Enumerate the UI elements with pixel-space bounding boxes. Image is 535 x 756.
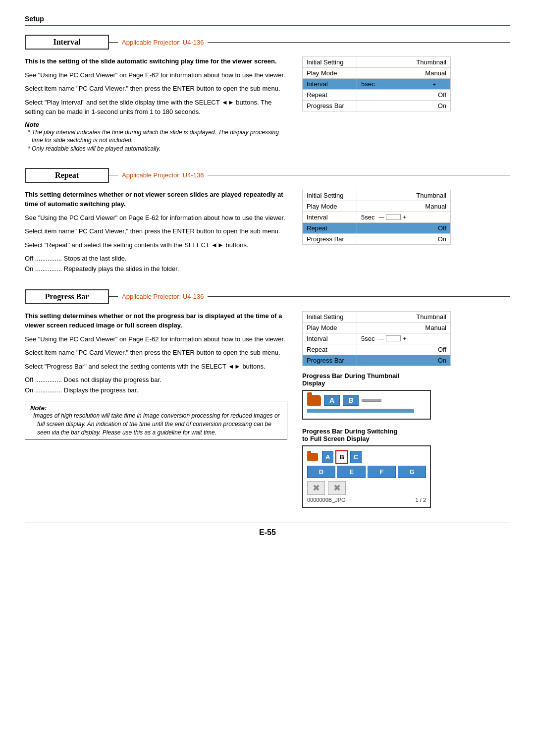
interval-value: 5sec — +: [357, 333, 451, 344]
fs-img1: ✖: [307, 481, 325, 495]
progress-bar-section: Progress Bar Applicable Projector: U4-13…: [25, 289, 510, 508]
play-mode-value: Manual: [357, 68, 451, 79]
setup-header: Setup: [25, 15, 510, 26]
repeat-off-item: Off ............... Stops at the last sl…: [25, 254, 287, 264]
play-mode-value: Manual: [357, 201, 451, 212]
repeat-applicable-line: Applicable Projector: U4-136: [109, 171, 510, 179]
progress-bar-title: Progress Bar: [25, 289, 109, 304]
interval-note1: * The play interval indicates the time d…: [25, 128, 287, 145]
fs-cell-f: F: [368, 466, 396, 478]
play-mode-label: Play Mode: [303, 322, 357, 333]
progress-bar-right: Initial Setting Thumbnail Play Mode Manu…: [302, 311, 451, 508]
page-number: E-55: [25, 523, 510, 537]
thumb-file-a: A: [324, 395, 340, 406]
repeat-label: Repeat: [303, 90, 357, 101]
fs-image-cells: ✖ ✖: [307, 481, 426, 495]
fullscreen-demo-label: Progress Bar During Switchingto Full Scr…: [302, 428, 451, 442]
progress-bar-para3: Select "Progress Bar" and select the set…: [25, 362, 287, 372]
progress-bar-label: Progress Bar: [303, 355, 357, 366]
thumbnail-demo: A B: [302, 390, 431, 420]
repeat-label: Repeat: [303, 344, 357, 355]
interval-applicable-text: Applicable Projector: U4-136: [118, 39, 208, 46]
progress-bar-off-item: Off ............... Does not display the…: [25, 375, 287, 385]
interval-value: 5sec — +: [357, 212, 451, 222]
table-row: Repeat Off: [303, 344, 451, 355]
fs-cell-e: E: [337, 466, 366, 478]
initial-setting-value: Thumbnail: [357, 190, 451, 201]
fs-page-indicator: 1 / 2: [416, 497, 426, 503]
repeat-value: Off: [357, 344, 451, 355]
initial-setting-label: Initial Setting: [303, 190, 357, 201]
interval-para3: Select "Play Interval" and set the slide…: [25, 98, 287, 117]
progress-bar-value: On: [357, 355, 451, 366]
progress-bar-applicable-line: Applicable Projector: U4-136: [109, 293, 510, 300]
repeat-right: Initial Setting Thumbnail Play Mode Manu…: [302, 190, 451, 274]
interval-bar-empty2: [386, 335, 401, 341]
setup-label: Setup: [25, 15, 44, 23]
play-mode-label: Play Mode: [303, 68, 357, 79]
interval-note2: * Only readable slides will be played au…: [25, 145, 287, 153]
table-row: Interval 5sec — +: [303, 212, 451, 222]
fs-filename: 0000000B_JPG: [307, 497, 346, 503]
table-row: Repeat Off: [303, 90, 451, 101]
progress-bar-para2: Select item name "PC Card Viewer," then …: [25, 348, 287, 358]
progress-bar-body: This setting determines whether or not t…: [25, 311, 510, 508]
initial-setting-label: Initial Setting: [303, 311, 357, 322]
repeat-bold-intro: This setting determines whether or not v…: [25, 190, 287, 209]
interval-label: Interval: [303, 212, 357, 222]
repeat-header-row: Repeat Applicable Projector: U4-136: [25, 168, 510, 183]
fullscreen-demo: A B C D E F G ✖ ✖: [302, 445, 431, 508]
thumb-folder-icon: [307, 395, 321, 406]
progress-bar-label: Progress Bar: [303, 233, 357, 244]
fs-cell-b-red: B: [335, 450, 348, 464]
interval-label: Interval: [303, 79, 357, 90]
repeat-para2: Select item name "PC Card Viewer," then …: [25, 226, 287, 236]
table-row: Initial Setting Thumbnail: [303, 190, 451, 201]
interval-note-title: Note: [25, 121, 287, 128]
play-mode-value: Manual: [357, 322, 451, 333]
repeat-title: Repeat: [25, 168, 109, 183]
progress-bar-label: Progress Bar: [303, 101, 357, 111]
progress-bar-note-title: Note:: [30, 404, 282, 412]
interval-line-after: [208, 42, 510, 43]
fs-bottom: 0000000B_JPG 1 / 2: [307, 497, 426, 503]
table-row: Play Mode Manual: [303, 201, 451, 212]
initial-setting-value: Thumbnail: [357, 57, 451, 68]
play-mode-label: Play Mode: [303, 201, 357, 212]
interval-bar-empty: [386, 214, 401, 220]
fs-folder-icon: [307, 453, 318, 461]
thumb-top-bar: A B: [307, 395, 426, 406]
repeat-on-item: On ............... Repeatedly plays the …: [25, 264, 287, 274]
interval-right: Initial Setting Thumbnail Play Mode Manu…: [302, 56, 451, 153]
progress-bar-on-item: On ............... Displays the progress…: [25, 385, 287, 396]
progress-bar-value: On: [357, 233, 451, 244]
progress-bar-settings-table: Initial Setting Thumbnail Play Mode Manu…: [302, 311, 451, 366]
interval-note: Note * The play interval indicates the t…: [25, 121, 287, 153]
repeat-value: Off: [357, 222, 451, 233]
page: Setup Interval Applicable Projector: U4-…: [0, 0, 535, 756]
table-row: Play Mode Manual: [303, 68, 451, 79]
repeat-line-after: [208, 175, 510, 175]
repeat-value: Off: [357, 90, 451, 101]
interval-settings-table: Initial Setting Thumbnail Play Mode Manu…: [302, 56, 451, 111]
fs-cell-g: G: [398, 466, 426, 478]
progress-bar-value: On: [357, 101, 451, 111]
progress-bar-note-text: Images of high resolution will take time…: [30, 412, 282, 436]
table-row-repeat-highlight: Repeat Off: [303, 222, 451, 233]
interval-title: Interval: [25, 35, 109, 50]
interval-header-row: Interval Applicable Projector: U4-136: [25, 35, 510, 50]
fs-cell-c1: C: [350, 451, 362, 463]
interval-para1: See "Using the PC Card Viewer" on Page E…: [25, 70, 287, 80]
repeat-para3: Select "Repeat" and select the setting c…: [25, 240, 287, 250]
progress-demo-area: Progress Bar During ThumbnailDisplay A B…: [302, 372, 451, 508]
repeat-body: This setting determines whether or not v…: [25, 190, 510, 274]
interval-section: Interval Applicable Projector: U4-136 Th…: [25, 35, 510, 153]
progress-bar-applicable-text: Applicable Projector: U4-136: [118, 293, 208, 300]
progress-bar-left: This setting determines whether or not t…: [25, 311, 287, 508]
interval-value: 5sec — +: [357, 79, 451, 90]
repeat-para1: See "Using the PC Card Viewer" on Page E…: [25, 213, 287, 223]
table-row-progress-highlight: Progress Bar On: [303, 355, 451, 366]
repeat-settings-table: Initial Setting Thumbnail Play Mode Manu…: [302, 190, 451, 245]
fullscreen-grid: D E F G: [307, 466, 426, 478]
interval-bold-intro: This is the setting of the slide automat…: [25, 56, 287, 66]
